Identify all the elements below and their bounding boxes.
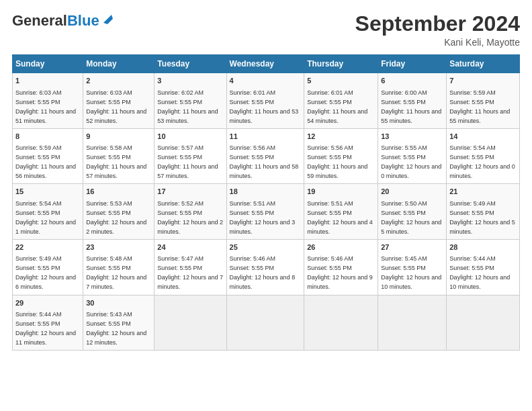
location: Kani Keli, Mayotte <box>355 37 520 48</box>
cell-content: Sunrise: 6:01 AMSunset: 5:55 PMDaylight:… <box>307 89 367 124</box>
calendar-cell: 21Sunrise: 5:49 AMSunset: 5:55 PMDayligh… <box>447 184 520 240</box>
calendar-cell <box>447 295 520 351</box>
calendar-cell: 6Sunrise: 6:00 AMSunset: 5:55 PMDaylight… <box>378 73 447 129</box>
calendar-cell: 26Sunrise: 5:46 AMSunset: 5:55 PMDayligh… <box>304 239 378 295</box>
cell-content: Sunrise: 5:44 AMSunset: 5:55 PMDaylight:… <box>449 255 510 290</box>
day-number: 25 <box>230 242 302 253</box>
cell-content: Sunrise: 5:51 AMSunset: 5:55 PMDaylight:… <box>307 200 373 235</box>
week-row: 1Sunrise: 6:03 AMSunset: 5:55 PMDaylight… <box>13 73 520 129</box>
day-number: 12 <box>307 132 375 142</box>
logo-icon <box>101 12 114 26</box>
col-saturday: Saturday <box>447 55 520 73</box>
day-number: 30 <box>86 298 151 308</box>
calendar-cell: 13Sunrise: 5:55 AMSunset: 5:55 PMDayligh… <box>378 128 447 184</box>
logo-general: General <box>12 12 67 30</box>
day-number: 15 <box>15 187 80 197</box>
cell-content: Sunrise: 5:53 AMSunset: 5:55 PMDaylight:… <box>86 200 146 235</box>
logo-blue: Blue <box>67 12 99 30</box>
cell-content: Sunrise: 5:54 AMSunset: 5:55 PMDaylight:… <box>449 144 515 179</box>
cell-content: Sunrise: 6:01 AMSunset: 5:55 PMDaylight:… <box>230 89 299 124</box>
calendar-cell <box>154 295 226 351</box>
calendar-cell: 12Sunrise: 5:56 AMSunset: 5:55 PMDayligh… <box>304 128 378 184</box>
col-thursday: Thursday <box>304 55 378 73</box>
week-row: 29Sunrise: 5:44 AMSunset: 5:55 PMDayligh… <box>13 295 520 351</box>
logo: GeneralBlue <box>12 12 114 30</box>
calendar-page: GeneralBlue September 2024 Kani Keli, Ma… <box>0 0 532 411</box>
cell-content: Sunrise: 5:56 AMSunset: 5:55 PMDaylight:… <box>307 144 367 179</box>
day-number: 28 <box>449 242 517 253</box>
day-number: 9 <box>86 132 151 142</box>
cell-content: Sunrise: 5:59 AMSunset: 5:55 PMDaylight:… <box>15 144 76 179</box>
calendar-cell <box>378 295 447 351</box>
day-number: 24 <box>157 242 223 253</box>
day-number: 19 <box>307 187 375 197</box>
calendar-cell: 16Sunrise: 5:53 AMSunset: 5:55 PMDayligh… <box>83 184 154 240</box>
day-number: 6 <box>381 76 443 86</box>
day-number: 27 <box>381 242 443 253</box>
month-title: September 2024 <box>355 12 520 36</box>
calendar-cell: 14Sunrise: 5:54 AMSunset: 5:55 PMDayligh… <box>447 128 520 184</box>
calendar-cell: 3Sunrise: 6:02 AMSunset: 5:55 PMDaylight… <box>154 73 226 129</box>
col-wednesday: Wednesday <box>226 55 304 73</box>
calendar-cell: 25Sunrise: 5:46 AMSunset: 5:55 PMDayligh… <box>226 239 304 295</box>
day-number: 21 <box>449 187 517 197</box>
calendar-cell: 19Sunrise: 5:51 AMSunset: 5:55 PMDayligh… <box>304 184 378 240</box>
calendar-cell: 15Sunrise: 5:54 AMSunset: 5:55 PMDayligh… <box>13 184 83 240</box>
cell-content: Sunrise: 6:03 AMSunset: 5:55 PMDaylight:… <box>15 89 76 124</box>
calendar-cell: 17Sunrise: 5:52 AMSunset: 5:55 PMDayligh… <box>154 184 226 240</box>
cell-content: Sunrise: 5:50 AMSunset: 5:55 PMDaylight:… <box>381 200 441 235</box>
calendar-cell: 2Sunrise: 6:03 AMSunset: 5:55 PMDaylight… <box>83 73 154 129</box>
week-row: 8Sunrise: 5:59 AMSunset: 5:55 PMDaylight… <box>13 128 520 184</box>
calendar-cell <box>226 295 304 351</box>
cell-content: Sunrise: 5:57 AMSunset: 5:55 PMDaylight:… <box>157 144 218 179</box>
calendar-cell: 5Sunrise: 6:01 AMSunset: 5:55 PMDaylight… <box>304 73 378 129</box>
cell-content: Sunrise: 5:52 AMSunset: 5:55 PMDaylight:… <box>157 200 223 235</box>
cell-content: Sunrise: 5:47 AMSunset: 5:55 PMDaylight:… <box>157 255 223 290</box>
day-number: 22 <box>15 242 80 253</box>
day-number: 23 <box>86 242 151 253</box>
cell-content: Sunrise: 6:02 AMSunset: 5:55 PMDaylight:… <box>157 89 218 124</box>
calendar-cell: 23Sunrise: 5:48 AMSunset: 5:55 PMDayligh… <box>83 239 154 295</box>
day-number: 13 <box>381 132 443 142</box>
calendar-cell: 24Sunrise: 5:47 AMSunset: 5:55 PMDayligh… <box>154 239 226 295</box>
calendar-cell: 11Sunrise: 5:56 AMSunset: 5:55 PMDayligh… <box>226 128 304 184</box>
title-block: September 2024 Kani Keli, Mayotte <box>355 12 520 48</box>
header-row: Sunday Monday Tuesday Wednesday Thursday… <box>13 55 520 73</box>
cell-content: Sunrise: 5:48 AMSunset: 5:55 PMDaylight:… <box>86 255 146 290</box>
calendar-cell: 27Sunrise: 5:45 AMSunset: 5:55 PMDayligh… <box>378 239 447 295</box>
calendar-cell: 1Sunrise: 6:03 AMSunset: 5:55 PMDaylight… <box>13 73 83 129</box>
cell-content: Sunrise: 5:45 AMSunset: 5:55 PMDaylight:… <box>381 255 441 290</box>
week-row: 22Sunrise: 5:49 AMSunset: 5:55 PMDayligh… <box>13 239 520 295</box>
svg-marker-0 <box>103 15 113 24</box>
calendar-cell: 20Sunrise: 5:50 AMSunset: 5:55 PMDayligh… <box>378 184 447 240</box>
col-monday: Monday <box>83 55 154 73</box>
day-number: 14 <box>449 132 517 142</box>
cell-content: Sunrise: 5:59 AMSunset: 5:55 PMDaylight:… <box>449 89 510 124</box>
calendar-cell: 22Sunrise: 5:49 AMSunset: 5:55 PMDayligh… <box>13 239 83 295</box>
cell-content: Sunrise: 5:54 AMSunset: 5:55 PMDaylight:… <box>15 200 76 235</box>
calendar-cell <box>304 295 378 351</box>
cell-content: Sunrise: 5:49 AMSunset: 5:55 PMDaylight:… <box>15 255 76 290</box>
cell-content: Sunrise: 6:03 AMSunset: 5:55 PMDaylight:… <box>86 89 146 124</box>
day-number: 26 <box>307 242 375 253</box>
cell-content: Sunrise: 5:44 AMSunset: 5:55 PMDaylight:… <box>15 311 76 346</box>
day-number: 18 <box>230 187 302 197</box>
calendar-cell: 28Sunrise: 5:44 AMSunset: 5:55 PMDayligh… <box>447 239 520 295</box>
col-tuesday: Tuesday <box>154 55 226 73</box>
cell-content: Sunrise: 5:43 AMSunset: 5:55 PMDaylight:… <box>86 311 146 346</box>
header: GeneralBlue September 2024 Kani Keli, Ma… <box>12 12 520 48</box>
day-number: 2 <box>86 76 151 86</box>
day-number: 8 <box>15 132 80 142</box>
calendar-cell: 7Sunrise: 5:59 AMSunset: 5:55 PMDaylight… <box>447 73 520 129</box>
cell-content: Sunrise: 5:55 AMSunset: 5:55 PMDaylight:… <box>381 144 441 179</box>
col-sunday: Sunday <box>13 55 83 73</box>
cell-content: Sunrise: 5:49 AMSunset: 5:55 PMDaylight:… <box>449 200 515 235</box>
day-number: 20 <box>381 187 443 197</box>
calendar-cell: 4Sunrise: 6:01 AMSunset: 5:55 PMDaylight… <box>226 73 304 129</box>
day-number: 16 <box>86 187 151 197</box>
calendar-cell: 10Sunrise: 5:57 AMSunset: 5:55 PMDayligh… <box>154 128 226 184</box>
calendar-body: 1Sunrise: 6:03 AMSunset: 5:55 PMDaylight… <box>13 73 520 351</box>
day-number: 17 <box>157 187 223 197</box>
day-number: 11 <box>230 132 302 142</box>
cell-content: Sunrise: 5:46 AMSunset: 5:55 PMDaylight:… <box>307 255 373 290</box>
